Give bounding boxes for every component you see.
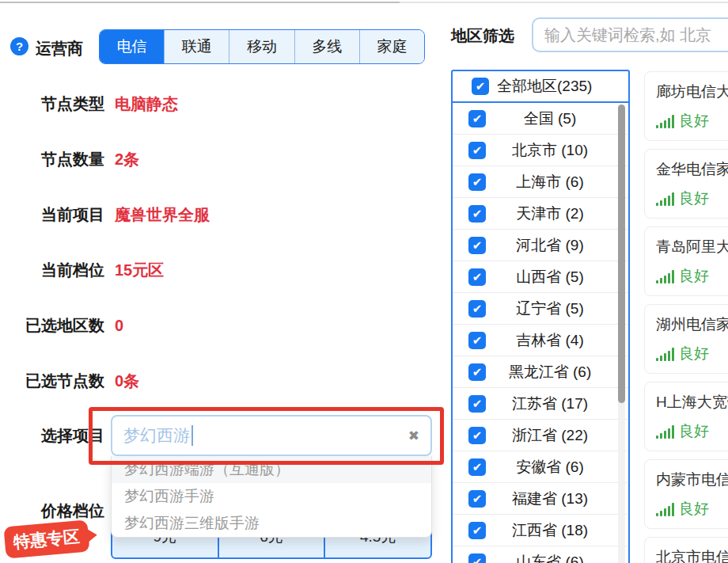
tab-duoxian[interactable]: 多线: [294, 30, 359, 63]
checkbox-checked-icon[interactable]: ✔: [468, 553, 486, 563]
region-row[interactable]: ✔ 山东省 (6): [453, 546, 628, 563]
project-search-input[interactable]: 梦幻西游 ✖: [111, 415, 432, 456]
node-count-label: 节点数量: [0, 149, 104, 170]
region-row[interactable]: ✔ 江苏省 (17): [453, 388, 628, 420]
text-caret: [191, 425, 193, 446]
signal-bars-icon: [656, 115, 676, 128]
node-card[interactable]: H上海大宽带 良好: [644, 382, 728, 451]
signal-bars-icon: [656, 192, 676, 206]
checkbox-checked-icon[interactable]: ✔: [468, 142, 486, 159]
select-all-row[interactable]: ✔ 全部地区(235): [453, 71, 628, 103]
top-border-right: [400, 2, 728, 3]
tab-liantong[interactable]: 联通: [164, 30, 229, 63]
region-row-label: 黑龙江省 (6): [486, 362, 614, 382]
signal-bars-icon: [656, 348, 676, 361]
node-card-title: 青岛阿里大宽带: [656, 237, 728, 257]
dropdown-item[interactable]: 梦幻西游端游（互通版）: [112, 456, 431, 483]
checkbox-checked-icon[interactable]: ✔: [468, 237, 486, 254]
node-status: 良好: [679, 268, 709, 283]
price-tier-label: 价格档位: [0, 500, 104, 522]
node-card-title: 湖州电信家庭: [656, 314, 728, 335]
dropdown-item[interactable]: 梦幻西游手游: [112, 483, 431, 510]
region-row[interactable]: ✔ 天津市 (2): [453, 198, 628, 230]
node-card[interactable]: 廊坊电信大宽带 良好: [644, 71, 728, 141]
checkbox-checked-icon[interactable]: ✔: [468, 268, 486, 286]
checkbox-checked-icon[interactable]: ✔: [468, 458, 486, 476]
node-count-row: 节点数量 2条: [0, 148, 139, 170]
tab-dianxin[interactable]: 电信: [100, 30, 164, 63]
selected-regions-label: 已选地区数: [0, 315, 104, 337]
node-card[interactable]: 湖州电信家庭 良好: [644, 304, 728, 374]
region-filter-label: 地区筛选: [451, 25, 514, 47]
region-row-label: 全国 (5): [486, 108, 614, 129]
region-row[interactable]: ✔ 吉林省 (4): [453, 325, 628, 356]
region-row[interactable]: ✔ 安徽省 (6): [453, 451, 628, 483]
current-tier-label: 当前档位: [0, 260, 104, 281]
region-row-label: 江苏省 (17): [486, 394, 614, 414]
project-select-label: 选择项目: [0, 425, 104, 447]
dropdown-item[interactable]: 梦幻西游三维版手游: [112, 510, 431, 537]
node-status: 良好: [679, 113, 709, 128]
node-card-title: 金华电信家庭: [656, 159, 728, 180]
region-row[interactable]: ✔ 上海市 (6): [453, 166, 628, 198]
page: ? 运营商 电信 联通 移动 多线 家庭 节点类型 电脑静态 节点数量 2条 当…: [0, 0, 728, 563]
tab-jiating[interactable]: 家庭: [359, 30, 424, 63]
region-row-label: 河北省 (9): [486, 235, 614, 256]
region-row[interactable]: ✔ 全国 (5): [453, 103, 628, 135]
scrollbar-thumb[interactable]: [618, 105, 625, 403]
checkbox-checked-icon[interactable]: ✔: [472, 78, 489, 95]
top-border-left: [0, 2, 400, 3]
operator-label: 运营商: [36, 38, 83, 59]
region-row-label: 天津市 (2): [486, 204, 614, 224]
node-status: 良好: [679, 501, 709, 516]
clear-icon[interactable]: ✖: [408, 429, 419, 443]
node-card[interactable]: 金华电信家庭 良好: [644, 149, 728, 219]
scrollbar-track: [618, 105, 625, 563]
checkbox-checked-icon[interactable]: ✔: [468, 427, 486, 444]
checkbox-checked-icon[interactable]: ✔: [468, 205, 486, 223]
checkbox-checked-icon[interactable]: ✔: [468, 332, 486, 349]
current-project-label: 当前项目: [0, 204, 104, 226]
region-row-label: 江西省 (18): [486, 520, 614, 541]
region-row[interactable]: ✔ 北京市 (10): [453, 135, 628, 166]
select-all-label: 全部地区(235): [497, 76, 592, 97]
region-row-label: 北京市 (10): [486, 140, 614, 161]
checkbox-checked-icon[interactable]: ✔: [468, 395, 486, 413]
checkbox-checked-icon[interactable]: ✔: [468, 110, 486, 127]
signal-bars-icon: [656, 425, 676, 439]
region-row[interactable]: ✔ 浙江省 (22): [453, 420, 628, 451]
checkbox-checked-icon[interactable]: ✔: [468, 363, 486, 381]
region-row[interactable]: ✔ 山西省 (5): [453, 261, 628, 293]
help-icon[interactable]: ?: [10, 37, 28, 55]
region-row[interactable]: ✔ 辽宁省 (5): [453, 293, 628, 325]
tab-yidong[interactable]: 移动: [229, 30, 294, 63]
operator-tabs: 电信 联通 移动 多线 家庭: [99, 29, 425, 64]
region-row[interactable]: ✔ 江西省 (18): [453, 515, 628, 546]
checkbox-checked-icon[interactable]: ✔: [468, 300, 486, 318]
node-card[interactable]: 北京市电信 良好: [644, 537, 728, 563]
price-tier-row: 价格档位: [0, 500, 104, 522]
node-card[interactable]: 青岛阿里大宽带 良好: [644, 226, 728, 296]
region-row-label: 上海市 (6): [486, 172, 614, 192]
selected-regions-row: 已选地区数 0: [0, 314, 123, 337]
selected-nodes-label: 已选节点数: [0, 371, 104, 392]
region-row[interactable]: ✔ 黑龙江省 (6): [453, 356, 628, 388]
signal-bars-icon: [656, 503, 676, 516]
node-count-value: 2条: [115, 149, 139, 170]
node-card[interactable]: 内蒙市电信 良好: [644, 459, 728, 529]
node-type-value: 电脑静态: [115, 93, 178, 115]
project-dropdown: 梦幻西游端游（互通版） 梦幻西游手游 梦幻西游三维版手游: [111, 456, 432, 538]
region-search-input[interactable]: [532, 17, 728, 52]
promo-badge[interactable]: 特惠专区: [3, 519, 89, 558]
region-row-label: 吉林省 (4): [486, 330, 614, 351]
region-row-label: 安徽省 (6): [486, 457, 614, 477]
region-row[interactable]: ✔ 福建省 (13): [453, 483, 628, 515]
checkbox-checked-icon[interactable]: ✔: [468, 522, 486, 539]
current-project-value: 魔兽世界全服: [115, 204, 210, 226]
node-type-row: 节点类型 电脑静态: [0, 93, 178, 115]
selected-nodes-value: 0条: [115, 371, 139, 392]
region-row[interactable]: ✔ 河北省 (9): [453, 230, 628, 261]
node-status: 良好: [679, 346, 709, 361]
checkbox-checked-icon[interactable]: ✔: [468, 490, 486, 508]
checkbox-checked-icon[interactable]: ✔: [468, 173, 486, 191]
